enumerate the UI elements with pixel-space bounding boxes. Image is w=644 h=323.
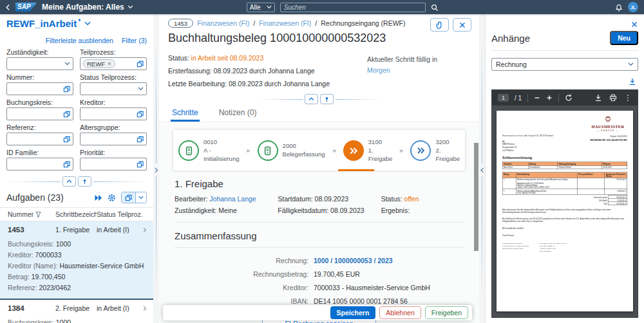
chevron-down-icon: [628, 62, 634, 66]
close-icon: [459, 22, 466, 28]
due-link[interactable]: Morgen: [367, 65, 464, 76]
flow-separator-icon: [246, 148, 250, 154]
forward-all-icon[interactable]: [95, 195, 102, 201]
column-status[interactable]: Status Teilproz...: [97, 210, 143, 218]
task-row-1384[interactable]: 1384 2. Freigabe in Arbeit (I) Buchungsk…: [0, 300, 153, 323]
flow-node-3200[interactable]: 32002. Freigabe: [410, 138, 460, 163]
pdf-scroll-area[interactable]: HAUSMEISTER — KRAUSE — Hausmeisterservic…: [492, 106, 638, 317]
pin-button[interactable]: [78, 176, 91, 187]
zoom-in-icon[interactable]: [546, 95, 553, 101]
search-scope-value: Alle: [250, 4, 261, 11]
altersgruppe-input[interactable]: [80, 133, 147, 145]
flow-node-2000[interactable]: 2000Belegerfassung: [258, 140, 325, 161]
app-title-menu[interactable]: Meine Aufgaben: Alles: [42, 3, 133, 12]
variant-selector[interactable]: REWF_inArbeit*: [6, 18, 147, 29]
pdf-download-icon[interactable]: [594, 94, 602, 102]
process-flow: 0010A - Initialisierung 2000Belegerfassu…: [173, 130, 465, 171]
attachments-button[interactable]: [430, 18, 449, 32]
chevron-down-icon: [84, 21, 91, 26]
chevron-down-icon[interactable]: [136, 192, 146, 203]
close-detail-button[interactable]: [453, 18, 471, 32]
task-id-badge: 1453: [168, 19, 193, 28]
vertical-scrollbar[interactable]: [474, 143, 478, 251]
splitter-grip-right-icon[interactable]: [153, 163, 159, 176]
buchungskreis-input[interactable]: [6, 107, 73, 120]
rechnungsbetrag-value: 19.700,45 EUR: [314, 270, 464, 278]
step-section-title: 1. Freigabe: [175, 178, 464, 189]
value-help-icon[interactable]: [63, 161, 70, 168]
filter-label: Nummer:: [6, 73, 73, 81]
filter-count-link[interactable]: Filter (3): [122, 37, 147, 44]
status-teilprozess-select[interactable]: [80, 82, 147, 95]
invoice-totals: Zwischensumme16.555,00 € 19% MwSt3.145,4…: [562, 196, 627, 206]
kreditor-input[interactable]: [80, 107, 147, 120]
right-splitter[interactable]: [479, 14, 485, 323]
attachment-type-select[interactable]: Rechnung: [491, 58, 638, 71]
value-help-icon[interactable]: [137, 60, 144, 68]
value-help-icon[interactable]: [63, 86, 70, 93]
reject-button[interactable]: Ablehnen: [379, 306, 421, 319]
search-scope-select[interactable]: Alle: [247, 3, 275, 12]
notifications-bell-icon[interactable]: [615, 1, 623, 13]
pin-button[interactable]: [320, 94, 334, 104]
teilprozess-input[interactable]: REWF: [80, 57, 147, 70]
invoice-logo: HAUSMEISTER — KRAUSE —: [589, 116, 627, 132]
task-row-1453[interactable]: 1453 1. Freigabe in Arbeit (I) Buchungsk…: [0, 221, 153, 300]
search-input[interactable]: Suchen: [280, 3, 426, 12]
close-attachments-icon[interactable]: [631, 18, 638, 30]
flow-separator-icon: [332, 148, 336, 154]
filter-label: Status Teilprozess:: [80, 73, 147, 81]
save-button[interactable]: Speichern: [330, 306, 376, 319]
value-help-icon[interactable]: [63, 136, 70, 143]
reset-zoom-icon[interactable]: [565, 94, 573, 102]
attachments-title: Anhänge: [491, 33, 530, 44]
value-help-icon[interactable]: [137, 161, 144, 168]
task-number: 1384: [8, 304, 55, 312]
referenz-input[interactable]: [6, 133, 73, 145]
back-icon[interactable]: [6, 1, 10, 13]
chevron-down-icon: [128, 5, 133, 9]
column-schritt[interactable]: Schrittbezeich...: [55, 210, 97, 218]
filter-bar: Zuständigkeit: Teilprozess: REWF Nummer:…: [6, 48, 147, 171]
rechnung-link[interactable]: 1000 / 1000000053 / 2023: [314, 257, 464, 264]
splitter-grip-left-icon[interactable]: [479, 163, 485, 176]
user-avatar[interactable]: JL: [628, 2, 638, 12]
collapse-up-button[interactable]: [305, 94, 318, 104]
more-options-kebab-icon[interactable]: ⋮: [624, 93, 632, 102]
double-chevron-icon: [417, 147, 425, 154]
token-remove-icon[interactable]: [108, 62, 111, 66]
view-switch-split-button[interactable]: [121, 192, 147, 203]
bearbeiter-link[interactable]: Johanna Lange: [209, 195, 256, 203]
flow-node-3100[interactable]: 31001. Freigabe: [343, 138, 393, 163]
zoom-out-icon[interactable]: [534, 95, 540, 101]
value-help-icon[interactable]: [63, 111, 70, 118]
value-help-icon[interactable]: [137, 111, 144, 118]
left-splitter[interactable]: [153, 14, 159, 323]
flow-node-0010[interactable]: 0010A - Initialisierung: [178, 138, 239, 163]
filter-label: Referenz:: [6, 124, 73, 131]
value-help-icon[interactable]: [137, 136, 144, 143]
collapse-up-button[interactable]: [62, 176, 76, 187]
page-number-box[interactable]: 1: [498, 94, 509, 102]
chevron-right-icon: [143, 306, 147, 311]
id-familie-input[interactable]: [6, 158, 73, 171]
hide-filterbar-link[interactable]: Filterleiste ausblenden: [46, 37, 113, 44]
download-attachment-icon[interactable]: [629, 75, 636, 87]
prioritaet-input[interactable]: [80, 158, 147, 171]
task-step: 1. Freigabe: [55, 226, 97, 234]
approve-button[interactable]: Freigeben: [425, 306, 468, 319]
tab-schritte[interactable]: Schritte: [171, 104, 200, 122]
nummer-input[interactable]: [6, 82, 73, 95]
search-icon[interactable]: [431, 1, 439, 13]
tab-notizen[interactable]: Notizen (0): [218, 104, 258, 122]
zustaendigkeit-select[interactable]: [6, 57, 73, 70]
copy-view-icon[interactable]: [122, 192, 136, 203]
settings-gear-icon[interactable]: [108, 194, 116, 202]
print-icon[interactable]: [609, 94, 617, 102]
new-attachment-button[interactable]: Neu: [610, 31, 638, 45]
document-step-icon: [184, 146, 194, 156]
breadcrumb-link[interactable]: Finanzwesen (FI): [259, 19, 311, 27]
breadcrumb-link[interactable]: Finanzwesen (FI): [197, 19, 249, 27]
column-nummer[interactable]: Nummer: [8, 210, 55, 218]
invoice-closing: Mit freundlichen Grüßen: [502, 227, 627, 230]
